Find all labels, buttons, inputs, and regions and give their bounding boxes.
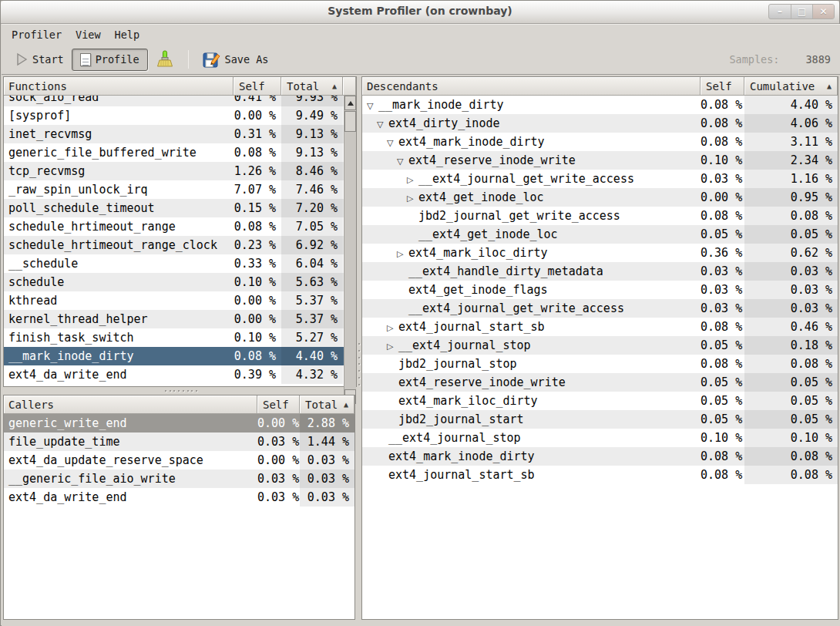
- table-row[interactable]: jbd2_journal_stop0.08 %0.08 %: [362, 355, 838, 373]
- table-row[interactable]: tcp_recvmsg1.26 %8.46 %: [4, 162, 344, 180]
- table-row[interactable]: ext4_mark_inode_dirty0.08 %0.08 %: [362, 447, 838, 466]
- table-row[interactable]: __generic_file_aio_write0.03 %0.03 %: [4, 470, 354, 488]
- table-row[interactable]: ▽ext4_mark_inode_dirty0.08 %3.11 %: [362, 133, 838, 151]
- descendants-column-header[interactable]: Descendants: [362, 77, 701, 96]
- cell-self-percent: 0.05 %: [701, 392, 744, 410]
- cell-self-percent: 0.08 %: [234, 217, 281, 236]
- cumulative-column-header[interactable]: Cumulative ▲: [744, 77, 838, 96]
- cell-total-percent: 0.08 %: [744, 466, 838, 484]
- table-row[interactable]: jbd2_journal_get_write_access0.08 %0.08 …: [362, 207, 838, 225]
- menu-view[interactable]: View: [69, 25, 108, 44]
- close-button[interactable]: ✕: [812, 5, 834, 19]
- table-row[interactable]: ext4_mark_iloc_dirty0.05 %0.05 %: [362, 392, 838, 410]
- expander-closed-icon[interactable]: ▷: [387, 338, 398, 355]
- table-row[interactable]: ext4_get_inode_flags0.03 %0.03 %: [362, 281, 838, 299]
- table-row[interactable]: ▷__ext4_journal_stop0.05 %0.18 %: [362, 336, 838, 355]
- total-column-header[interactable]: Total ▲: [281, 77, 343, 96]
- table-row[interactable]: file_update_time0.03 %1.44 %: [4, 432, 354, 451]
- table-row[interactable]: generic_write_end0.00 %2.88 %: [4, 414, 354, 432]
- cell-function-name: [sysprof]: [4, 106, 234, 125]
- table-row[interactable]: ext4_da_write_end0.39 %4.32 %: [4, 365, 344, 384]
- table-row[interactable]: __mark_inode_dirty0.08 %4.40 %: [4, 347, 344, 365]
- expander-closed-icon[interactable]: ▷: [387, 319, 398, 336]
- table-row[interactable]: schedule_hrtimeout_range0.08 %7.05 %: [4, 217, 344, 236]
- functions-scrollbar[interactable]: [344, 96, 356, 404]
- self-column-header[interactable]: Self: [701, 77, 744, 96]
- cell-self-percent: 0.08 %: [701, 133, 744, 151]
- table-row[interactable]: __ext4_get_inode_loc0.05 %0.05 %: [362, 225, 838, 244]
- app-window: System Profiler (on crownbay) – □ ✕ Prof…: [0, 0, 840, 626]
- table-row[interactable]: ▽ext4_dirty_inode0.08 %4.06 %: [362, 114, 838, 133]
- expander-closed-icon[interactable]: ▷: [407, 171, 418, 188]
- titlebar[interactable]: System Profiler (on crownbay) – □ ✕: [1, 1, 839, 24]
- cell-total-percent: 1.16 %: [744, 170, 838, 188]
- cell-total-percent: 4.40 %: [744, 96, 838, 114]
- menu-profiler[interactable]: Profiler: [5, 25, 69, 44]
- scroll-up-button[interactable]: [344, 96, 356, 110]
- cell-self-percent: 0.10 %: [234, 273, 281, 291]
- table-row[interactable]: generic_file_buffered_write0.08 %9.13 %: [4, 143, 344, 162]
- vertical-splitter[interactable]: [356, 343, 361, 385]
- table-row[interactable]: ▽__mark_inode_dirty0.08 %4.40 %: [362, 96, 838, 114]
- table-row[interactable]: kthread0.00 %5.37 %: [4, 291, 344, 310]
- cell-self-percent: 0.03 %: [701, 170, 744, 188]
- maximize-button[interactable]: □: [791, 5, 812, 19]
- main-area: Functions Self Total ▲ sock_aio_read0.41…: [2, 75, 840, 626]
- horizontal-splitter[interactable]: [165, 388, 197, 393]
- sort-asc-icon: ▲: [332, 82, 337, 90]
- expander-open-icon[interactable]: ▽: [377, 116, 388, 133]
- expander-closed-icon[interactable]: ▷: [407, 190, 418, 207]
- total-column-header[interactable]: Total ▲: [300, 395, 354, 414]
- self-column-header[interactable]: Self: [257, 395, 300, 414]
- functions-column-header[interactable]: Functions: [4, 77, 234, 96]
- table-row[interactable]: __ext4_journal_get_write_access0.03 %0.0…: [362, 299, 838, 318]
- expander-open-icon[interactable]: ▽: [367, 97, 378, 114]
- table-row[interactable]: finish_task_switch0.10 %5.27 %: [4, 328, 344, 347]
- cell-function-name: ext4_get_inode_flags: [362, 281, 701, 299]
- scrollbar-thumb[interactable]: [344, 111, 356, 132]
- self-column-header[interactable]: Self: [234, 77, 281, 96]
- profile-label: Profile: [96, 53, 139, 66]
- cell-self-percent: 0.00 %: [257, 451, 300, 470]
- table-row[interactable]: __schedule0.33 %6.04 %: [4, 254, 344, 273]
- table-row[interactable]: ▷ext4_mark_iloc_dirty0.36 %0.62 %: [362, 244, 838, 262]
- cell-total-percent: 7.20 %: [281, 199, 343, 217]
- table-row[interactable]: ▷__ext4_journal_get_write_access0.03 %1.…: [362, 170, 838, 188]
- table-row[interactable]: __ext4_journal_stop0.10 %0.10 %: [362, 429, 838, 447]
- expander-open-icon[interactable]: ▽: [387, 134, 398, 151]
- cell-function-name: schedule_hrtimeout_range: [4, 217, 234, 236]
- table-row[interactable]: sock_aio_read0.41 %9.93 %: [4, 96, 344, 106]
- table-row[interactable]: ext4_reserve_inode_write0.05 %0.05 %: [362, 373, 838, 392]
- functions-header: Functions Self Total ▲: [4, 77, 356, 96]
- table-row[interactable]: schedule0.10 %5.63 %: [4, 273, 344, 291]
- table-row[interactable]: kernel_thread_helper0.00 %5.37 %: [4, 310, 344, 328]
- profile-button[interactable]: Profile: [72, 49, 148, 71]
- cumulative-header-label: Cumulative: [750, 80, 815, 93]
- save-as-button[interactable]: Save As: [195, 47, 277, 72]
- table-row[interactable]: _raw_spin_unlock_irq7.07 %7.46 %: [4, 180, 344, 199]
- table-row[interactable]: schedule_hrtimeout_range_clock0.23 %6.92…: [4, 236, 344, 254]
- table-row[interactable]: __ext4_handle_dirty_metadata0.03 %0.03 %: [362, 262, 838, 281]
- callers-column-header[interactable]: Callers: [4, 395, 257, 414]
- menu-help[interactable]: Help: [108, 25, 147, 44]
- reset-button[interactable]: [148, 46, 182, 72]
- table-row[interactable]: inet_recvmsg0.31 %9.13 %: [4, 125, 344, 143]
- functions-panel: Functions Self Total ▲ sock_aio_read0.41…: [3, 76, 357, 387]
- expander-closed-icon[interactable]: ▷: [397, 245, 408, 262]
- table-row[interactable]: ▷ext4_journal_start_sb0.08 %0.46 %: [362, 318, 838, 336]
- minimize-button[interactable]: –: [769, 5, 791, 19]
- cell-function-name: generic_write_end: [4, 414, 257, 432]
- expander-open-icon[interactable]: ▽: [397, 153, 408, 170]
- table-row[interactable]: ▽ext4_reserve_inode_write0.10 %2.34 %: [362, 151, 838, 170]
- cell-total-percent: 6.04 %: [281, 254, 343, 273]
- table-row[interactable]: jbd2_journal_start0.05 %0.05 %: [362, 410, 838, 429]
- cell-total-percent: 7.46 %: [281, 180, 343, 199]
- table-row[interactable]: ext4_da_update_reserve_space0.00 %0.03 %: [4, 451, 354, 470]
- table-row[interactable]: poll_schedule_timeout0.15 %7.20 %: [4, 199, 344, 217]
- table-row[interactable]: [sysprof]0.00 %9.49 %: [4, 106, 344, 125]
- start-button[interactable]: Start: [8, 49, 72, 70]
- table-row[interactable]: ext4_journal_start_sb0.08 %0.08 %: [362, 466, 838, 484]
- table-row[interactable]: ▷ext4_get_inode_loc0.00 %0.95 %: [362, 188, 838, 207]
- cell-function-name: ext4_mark_inode_dirty: [362, 447, 701, 466]
- table-row[interactable]: ext4_da_write_end0.03 %0.03 %: [4, 488, 354, 507]
